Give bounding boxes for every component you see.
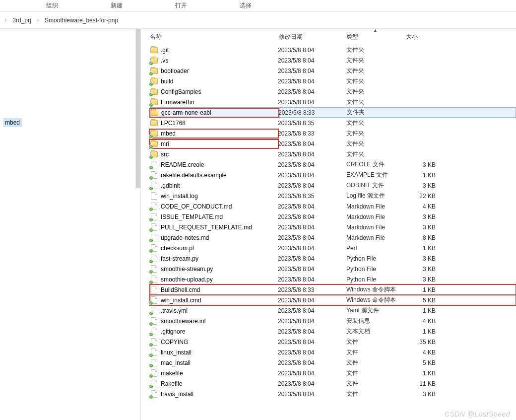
sidebar-item-mbed[interactable]: mbed	[3, 118, 22, 127]
row-name-cell[interactable]: upgrade-notes.md	[150, 234, 278, 242]
table-row[interactable]: win_install.log2023/5/8 8:35Log file 源文件…	[150, 191, 516, 201]
row-name-cell[interactable]: smoothie-stream.py	[150, 265, 278, 273]
table-row[interactable]: win_install.cmd2023/5/8 8:04Windows 命令脚本…	[150, 295, 516, 305]
table-row[interactable]: fast-stream.py2023/5/8 8:04Python File3 …	[150, 253, 516, 264]
table-row[interactable]: .gdbinit2023/5/8 8:04GDBINIT 文件3 KB	[150, 180, 516, 191]
sync-check-icon	[149, 270, 153, 274]
row-name-cell[interactable]: FirmwareBin	[150, 98, 278, 106]
file-date: 2023/5/8 8:33	[278, 109, 346, 116]
table-row[interactable]: .gitignore2023/5/8 8:04文本文档1 KB	[150, 326, 516, 337]
ribbon-tab-open[interactable]: 打开	[149, 1, 213, 10]
row-name-cell[interactable]: smoothieware.inf	[150, 317, 278, 325]
table-row[interactable]: linux_install2023/5/8 8:04文件4 KB	[150, 347, 516, 357]
table-row[interactable]: src2023/5/8 8:04文件夹	[150, 149, 516, 159]
file-name: upgrade-notes.md	[161, 234, 209, 241]
row-name-cell[interactable]: .vs	[150, 57, 278, 65]
file-size: 1 KB	[405, 245, 444, 252]
row-name-cell[interactable]: build	[150, 77, 278, 85]
file-icon	[150, 192, 158, 200]
row-name-cell[interactable]: fast-stream.py	[150, 255, 278, 263]
breadcrumb[interactable]: › 3rd_prj › Smoothieware_best-for-pnp	[0, 12, 516, 29]
table-row[interactable]: LPC17682023/5/8 8:35文件夹	[150, 118, 516, 128]
table-row[interactable]: ISSUE_TEMPLATE.md2023/5/8 8:04Markdown F…	[150, 211, 516, 222]
row-name-cell[interactable]: rakefile.defaults.example	[150, 171, 278, 179]
table-row[interactable]: .git2023/5/8 8:04文件夹	[150, 45, 516, 55]
file-name: .git	[161, 47, 169, 54]
table-row[interactable]: mbed2023/5/8 8:33文件夹	[150, 128, 516, 139]
table-row[interactable]: CODE_OF_CONDUCT.md2023/5/8 8:04Markdown …	[150, 201, 516, 211]
file-size: 1 KB	[405, 328, 444, 335]
row-name-cell[interactable]: CODE_OF_CONDUCT.md	[150, 203, 278, 210]
row-name-cell[interactable]: README.creole	[150, 161, 278, 169]
table-row[interactable]: .vs2023/5/8 8:04文件夹	[150, 55, 516, 66]
table-row[interactable]: gcc-arm-none-eabi2023/5/8 8:33文件夹	[150, 107, 516, 118]
row-name-cell[interactable]: win_install.cmd	[150, 296, 278, 304]
col-header-size[interactable]: 大小	[406, 33, 446, 41]
row-name-cell[interactable]: ConfigSamples	[150, 88, 278, 96]
table-row[interactable]: mac_install2023/5/8 8:04文件5 KB	[150, 357, 516, 368]
file-type: Windows 命令脚本	[345, 296, 405, 304]
row-name-cell[interactable]: .travis.yml	[150, 307, 278, 315]
file-type: 文件夹	[345, 67, 405, 75]
table-row[interactable]: bootloader2023/5/8 8:04文件夹	[150, 66, 516, 76]
ribbon-tab-organize[interactable]: 组织	[20, 1, 84, 10]
breadcrumb-segment[interactable]: 3rd_prj	[9, 17, 34, 24]
sync-check-icon	[149, 238, 153, 243]
col-header-date[interactable]: 修改日期	[279, 33, 346, 41]
table-row[interactable]: build2023/5/8 8:04文件夹	[150, 76, 516, 86]
table-row[interactable]: COPYING2023/5/8 8:04文件35 KB	[150, 337, 516, 347]
row-name-cell[interactable]: LPC1768	[150, 119, 278, 127]
ribbon-tab-select[interactable]: 选择	[213, 1, 278, 10]
file-size: 1 KB	[405, 172, 444, 179]
table-row[interactable]: smoothie-upload.py2023/5/8 8:04Python Fi…	[150, 274, 516, 284]
table-row[interactable]: PULL_REQUEST_TEMPLATE.md2023/5/8 8:04Mar…	[150, 222, 516, 232]
col-header-name[interactable]: 名称	[150, 33, 279, 41]
row-name-cell[interactable]: gcc-arm-none-eabi	[150, 109, 278, 117]
table-row[interactable]: .travis.yml2023/5/8 8:04Yaml 源文件1 KB	[150, 305, 516, 316]
row-name-cell[interactable]: travis_install	[150, 390, 278, 398]
table-row[interactable]: README.creole2023/5/8 8:04CREOLE 文件3 KB	[150, 159, 516, 170]
row-name-cell[interactable]: win_install.log	[150, 192, 278, 200]
row-name-cell[interactable]: .git	[150, 46, 278, 54]
row-name-cell[interactable]: smoothie-upload.py	[150, 276, 278, 283]
row-name-cell[interactable]: Rakefile	[150, 380, 278, 388]
table-row[interactable]: rakefile.defaults.example2023/5/8 8:04EX…	[150, 170, 516, 180]
sidebar-scrollbar[interactable]	[135, 29, 140, 188]
table-row[interactable]: smoothie-stream.py2023/5/8 8:04Python Fi…	[150, 264, 516, 274]
file-name: ConfigSamples	[161, 88, 201, 95]
row-name-cell[interactable]: mbed	[150, 130, 278, 138]
file-name: bootloader	[161, 68, 189, 74]
row-name-cell[interactable]: mri	[150, 140, 278, 148]
table-row[interactable]: FirmwareBin2023/5/8 8:04文件夹	[150, 97, 516, 107]
row-name-cell[interactable]: bootloader	[150, 67, 278, 75]
col-header-type[interactable]: 类型 ▲	[346, 33, 406, 41]
table-row[interactable]: makefile2023/5/8 8:04文件1 KB	[150, 368, 516, 378]
row-name-cell[interactable]: COPYING	[150, 338, 278, 346]
breadcrumb-segment[interactable]: Smoothieware_best-for-pnp	[42, 17, 121, 24]
row-name-cell[interactable]: ISSUE_TEMPLATE.md	[150, 213, 278, 221]
row-name-cell[interactable]: PULL_REQUEST_TEMPLATE.md	[150, 223, 278, 231]
row-name-cell[interactable]: checksum.pl	[150, 244, 278, 252]
table-row[interactable]: upgrade-notes.md2023/5/8 8:04Markdown Fi…	[150, 232, 516, 243]
table-row[interactable]: travis_install2023/5/8 8:04文件3 KB	[150, 389, 516, 399]
row-name-cell[interactable]: .gdbinit	[150, 182, 278, 190]
file-icon	[150, 203, 158, 210]
row-name-cell[interactable]: makefile	[150, 369, 278, 377]
row-name-cell[interactable]: .gitignore	[150, 328, 278, 336]
file-date: 2023/5/8 8:04	[278, 234, 345, 241]
table-row[interactable]: ConfigSamples2023/5/8 8:04文件夹	[150, 86, 516, 97]
file-icon	[150, 296, 158, 304]
row-name-cell[interactable]: src	[150, 150, 278, 158]
table-row[interactable]: checksum.pl2023/5/8 8:04Perl1 KB	[150, 243, 516, 253]
row-name-cell[interactable]: BuildShell.cmd	[150, 286, 278, 294]
row-name-cell[interactable]: linux_install	[150, 349, 278, 356]
file-date: 2023/5/8 8:04	[278, 151, 345, 158]
ribbon-tab-new[interactable]: 新建	[84, 1, 149, 10]
file-type: 文件夹	[345, 150, 405, 158]
table-row[interactable]: smoothieware.inf2023/5/8 8:04安装信息4 KB	[150, 316, 516, 326]
sidebar-tree[interactable]: mbed	[0, 29, 141, 420]
table-row[interactable]: BuildShell.cmd2023/5/8 8:33Windows 命令脚本1…	[150, 284, 516, 295]
row-name-cell[interactable]: mac_install	[150, 359, 278, 367]
table-row[interactable]: mri2023/5/8 8:04文件夹	[150, 139, 516, 149]
table-row[interactable]: Rakefile2023/5/8 8:04文件11 KB	[150, 378, 516, 389]
